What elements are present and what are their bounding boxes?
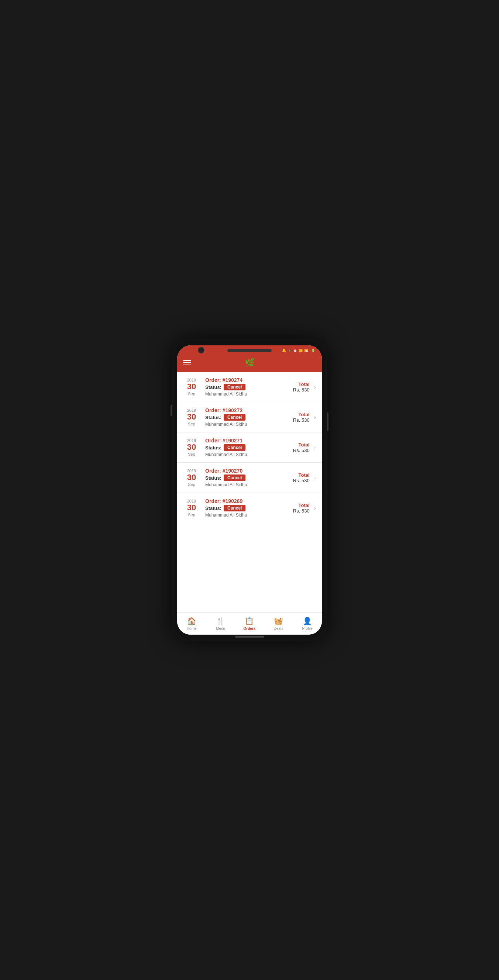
order-customer: Muhammad Ali Sidhu [205, 512, 293, 518]
order-month: Sep [188, 452, 195, 457]
nav-item-profile[interactable]: 👤 Profile [297, 617, 318, 631]
wifi-icon: 📶 [298, 349, 303, 352]
status-badge: Cancel [224, 414, 246, 421]
order-day: 30 [187, 412, 196, 422]
order-date: 2019 30 Sep [183, 378, 200, 396]
bottom-navigation: 🏠 Home 🍴 Menu 📋 Orders 🧺 Deals 👤 Profile [177, 612, 322, 635]
camera [198, 347, 204, 353]
status-badge: Cancel [224, 444, 246, 451]
order-status-row: Status: Cancel [205, 474, 293, 481]
order-status-row: Status: Cancel [205, 384, 293, 390]
order-total: Total Rs. 530 [293, 412, 310, 423]
order-total: Total Rs. 530 [293, 442, 310, 453]
power-button [327, 412, 328, 431]
order-status-row: Status: Cancel [205, 414, 293, 421]
status-label: Status: [205, 385, 222, 390]
profile-label: Profile [302, 627, 312, 631]
app-header: 🌿 [177, 355, 322, 372]
total-amount: Rs. 530 [293, 417, 310, 423]
deals-icon: 🧺 [274, 617, 283, 625]
chevron-right-icon: › [314, 444, 316, 451]
total-amount: Rs. 530 [293, 478, 310, 484]
order-total: Total Rs. 530 [293, 382, 310, 393]
order-item[interactable]: 2019 30 Sep Order: #190269 Status: Cance… [177, 493, 322, 523]
home-label: Home [187, 627, 197, 631]
hamburger-line-2 [183, 362, 191, 363]
total-label: Total [298, 412, 310, 417]
alarm-icon: ⏰ [293, 349, 297, 352]
signal-icon: 📶 [304, 349, 308, 352]
order-item[interactable]: 2019 30 Sep Order: #190270 Status: Cance… [177, 463, 322, 493]
order-item[interactable]: 2019 30 Sep Order: #190274 Status: Cance… [177, 372, 322, 402]
order-day: 30 [187, 443, 196, 452]
menu-label: Menu [216, 627, 225, 631]
order-day: 30 [187, 473, 196, 482]
hamburger-line-3 [183, 364, 191, 365]
chevron-right-icon: › [314, 384, 316, 390]
order-month: Sep [188, 512, 195, 517]
chevron-right-icon: › [314, 505, 316, 511]
deals-label: Deals [274, 627, 284, 631]
chevron-right-icon: › [314, 474, 316, 481]
mute-icon: 🔕 [287, 349, 292, 352]
status-icons: 🔔 🔕 ⏰ 📶 📶 🔋 [282, 349, 317, 352]
home-indicator [235, 636, 264, 638]
orders-label: Orders [244, 627, 256, 631]
status-label: Status: [205, 445, 222, 450]
status-badge: Cancel [224, 505, 246, 511]
order-customer: Muhammad Ali Sidhu [205, 422, 293, 427]
order-number: Order: #190274 [205, 377, 293, 383]
logo-icon: 🌿 [245, 359, 255, 367]
order-date: 2019 30 Sep [183, 499, 200, 517]
order-item[interactable]: 2019 30 Sep Order: #190271 Status: Cance… [177, 433, 322, 463]
battery-icon: 🔋 [311, 349, 315, 352]
order-item[interactable]: 2019 30 Sep Order: #190272 Status: Cance… [177, 402, 322, 433]
order-customer: Muhammad Ali Sidhu [205, 391, 293, 397]
order-number: Order: #190272 [205, 407, 293, 413]
order-status-row: Status: Cancel [205, 505, 293, 511]
app-logo: 🌿 [245, 359, 255, 367]
total-amount: Rs. 530 [293, 447, 310, 453]
nav-item-menu[interactable]: 🍴 Menu [210, 617, 231, 631]
order-date: 2019 30 Sep [183, 408, 200, 426]
hamburger-button[interactable] [183, 360, 191, 365]
order-customer: Muhammad Ali Sidhu [205, 482, 293, 487]
status-label: Status: [205, 415, 222, 420]
nav-item-orders[interactable]: 📋 Orders [239, 617, 260, 631]
order-day: 30 [187, 503, 196, 512]
order-info: Order: #190272 Status: Cancel Muhammad A… [205, 407, 293, 427]
total-label: Total [298, 442, 310, 447]
order-info: Order: #190274 Status: Cancel Muhammad A… [205, 377, 293, 397]
total-amount: Rs. 530 [293, 508, 310, 514]
order-info: Order: #190269 Status: Cancel Muhammad A… [205, 498, 293, 518]
order-day: 30 [187, 382, 196, 391]
order-status-row: Status: Cancel [205, 444, 293, 451]
order-month: Sep [188, 391, 195, 396]
order-total: Total Rs. 530 [293, 503, 310, 514]
status-label: Status: [205, 506, 222, 511]
order-number: Order: #190271 [205, 438, 293, 444]
order-info: Order: #190270 Status: Cancel Muhammad A… [205, 468, 293, 487]
chevron-right-icon: › [314, 414, 316, 421]
nav-item-home[interactable]: 🏠 Home [181, 617, 202, 631]
phone-device: 🔔 🔕 ⏰ 📶 📶 🔋 🌿 [172, 339, 327, 641]
status-badge: Cancel [224, 474, 246, 481]
order-number: Order: #190270 [205, 468, 293, 474]
notification-icon: 🔔 [282, 349, 286, 352]
order-date: 2019 30 Sep [183, 469, 200, 486]
nav-item-deals[interactable]: 🧺 Deals [268, 617, 289, 631]
menu-icon: 🍴 [216, 617, 225, 625]
total-label: Total [298, 382, 310, 387]
phone-screen: 🔔 🔕 ⏰ 📶 📶 🔋 🌿 [177, 345, 322, 635]
order-number: Order: #190269 [205, 498, 293, 504]
status-label: Status: [205, 475, 222, 481]
order-list: 2019 30 Sep Order: #190274 Status: Cance… [177, 372, 322, 612]
order-month: Sep [188, 422, 195, 426]
hamburger-line-1 [183, 360, 191, 361]
total-label: Total [298, 472, 310, 478]
total-amount: Rs. 530 [293, 387, 310, 393]
status-badge: Cancel [224, 384, 246, 390]
order-total: Total Rs. 530 [293, 472, 310, 484]
order-customer: Muhammad Ali Sidhu [205, 452, 293, 457]
orders-icon: 📋 [245, 617, 254, 625]
